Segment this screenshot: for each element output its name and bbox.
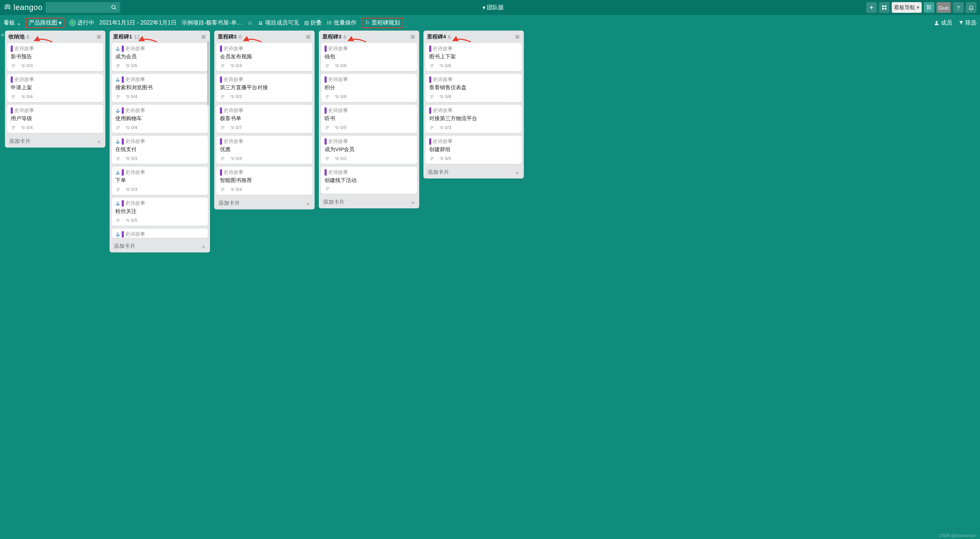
card[interactable]: 史诗故事创建群组0/5 (426, 136, 522, 164)
card[interactable]: 史诗故事极客书单0/7 (216, 105, 312, 133)
column-header[interactable]: 里程碑111 (110, 30, 210, 43)
card[interactable]: 史诗故事申请上架0/4 (7, 74, 103, 102)
star-icon: ☆ (247, 19, 252, 26)
epic-label-bar (220, 169, 222, 176)
card[interactable]: 史诗故事成为会员0/5 (112, 43, 208, 71)
card-title: 智能图书推荐 (220, 177, 309, 184)
card[interactable]: 史诗故事下单0/3 (112, 167, 208, 195)
visibility-item[interactable]: 项目成员可见 (257, 19, 299, 27)
topbar: leangoo ▾ 团队版 看板导航 ▾ 郭 Guo ? (0, 0, 980, 15)
epic-label-bar (122, 169, 124, 176)
epic-label-bar (325, 46, 327, 52)
user-badge-short[interactable]: 郭 (924, 2, 934, 13)
add-card-button[interactable]: 添加卡片 (319, 196, 419, 208)
card[interactable]: 史诗故事用户等级0/4 (7, 105, 103, 133)
batch-button[interactable]: 批量操作 (327, 19, 356, 27)
column-menu-icon[interactable] (201, 35, 207, 40)
help-button[interactable]: ? (953, 2, 964, 13)
card[interactable]: 史诗故事 (112, 228, 208, 238)
column-menu-icon[interactable] (305, 35, 311, 40)
card-tag-row: 史诗故事 (325, 46, 414, 52)
card[interactable]: 史诗故事在线支付0/3 (112, 136, 208, 164)
card[interactable]: 史诗故事听书0/5 (321, 105, 417, 133)
add-button[interactable] (866, 2, 877, 13)
members-button[interactable]: 成员 (934, 19, 952, 27)
card[interactable]: 史诗故事钱包0/6 (321, 43, 417, 71)
add-card-button[interactable]: 添加卡片 (423, 166, 524, 179)
card-title: 钱包 (325, 53, 414, 60)
card-title: 成为会员 (115, 53, 204, 60)
team-label: 团队版 (487, 4, 504, 11)
add-card-button[interactable]: 添加卡片 (214, 197, 315, 209)
notifications-button[interactable] (966, 2, 977, 13)
card-meta: 0/6 (429, 94, 518, 99)
svg-rect-7 (885, 8, 886, 10)
column-menu-icon[interactable] (515, 35, 520, 40)
epic-label-text: 史诗故事 (125, 169, 145, 176)
collapse-button[interactable]: ⊟ 折叠 (304, 19, 322, 27)
column-menu-icon[interactable] (96, 35, 102, 40)
user-badge-name[interactable]: Guo (937, 2, 951, 13)
card[interactable]: 史诗故事优惠0/4 (216, 136, 312, 164)
add-card-button[interactable]: 添加卡片 (110, 240, 210, 252)
card-title: 对接第三方物流平台 (429, 115, 518, 122)
column-header[interactable]: 里程碑26 (214, 30, 315, 43)
description-icon (115, 187, 121, 192)
add-card-button[interactable]: 添加卡片 (5, 135, 105, 147)
description-icon (220, 157, 226, 161)
epic-label-text: 史诗故事 (328, 76, 348, 83)
checklist-count: 0/7 (230, 125, 242, 130)
filter-button[interactable]: 筛选 (959, 19, 977, 27)
card[interactable]: 史诗故事成为VIP会员0/2 (321, 136, 417, 164)
card-meta: 0/4 (220, 187, 309, 192)
card[interactable]: 史诗故事新书预告0/3 (7, 43, 103, 71)
card[interactable]: 史诗故事粉丝关注0/5 (112, 198, 208, 226)
milestone-plan-button[interactable]: ⚐ 里程碑规划 (361, 18, 404, 28)
card[interactable]: 史诗故事查看销售仪表盘0/6 (426, 74, 522, 102)
epic-label-text: 史诗故事 (433, 46, 453, 52)
epic-label-bar (429, 46, 431, 52)
card[interactable]: 史诗故事图书上下架0/6 (426, 43, 522, 71)
column-header[interactable]: 里程碑36 (319, 30, 419, 43)
column-header[interactable]: 里程碑46 (423, 30, 524, 43)
epic-label-text: 史诗故事 (125, 46, 145, 52)
card-tag-row: 史诗故事 (325, 138, 414, 145)
card-tag-row: 史诗故事 (11, 46, 100, 52)
column-count: 11 (134, 34, 140, 40)
project-name[interactable]: 示例项目-极客书屋-单… (181, 19, 242, 27)
card[interactable]: 史诗故事第三方直播平台对接0/3 (216, 74, 312, 102)
search-input[interactable] (46, 2, 120, 13)
column-body: 史诗故事新书预告0/3史诗故事申请上架0/4史诗故事用户等级0/4 (5, 43, 105, 135)
epic-label-bar (11, 46, 13, 52)
checklist-count: 0/5 (125, 217, 137, 223)
team-dropdown[interactable]: ▾ 团队版 (482, 4, 504, 11)
description-icon (220, 125, 226, 130)
column-header[interactable]: 收纳池6 (5, 30, 105, 43)
checklist-count: 0/4 (125, 125, 137, 130)
scrollbar[interactable] (207, 41, 209, 105)
board-nav-button[interactable]: 看板导航 ▾ (892, 2, 922, 13)
card-meta: 0/5 (325, 125, 414, 130)
roadmap-dropdown[interactable]: 产品路线图 ▾ (26, 18, 64, 28)
card-title: 创建群组 (429, 146, 518, 153)
star-button[interactable]: ☆ (247, 19, 252, 26)
card[interactable]: 史诗故事智能图书推荐0/4 (216, 167, 312, 195)
card[interactable]: 史诗故事积分0/6 (321, 74, 417, 102)
card[interactable]: 史诗故事对接第三方物流平台0/3 (426, 105, 522, 133)
column-menu-icon[interactable] (410, 35, 416, 40)
status-item[interactable]: 进行中 (69, 19, 94, 27)
logo[interactable]: leangoo (3, 3, 43, 12)
card[interactable]: 史诗故事创建线下活动 (321, 167, 417, 194)
date-range[interactable]: 2021年1月1日 - 2022年1月1日 (99, 19, 177, 27)
card[interactable]: 史诗故事使用购物车0/4 (112, 105, 208, 133)
caret-down-icon: ▾ (59, 19, 62, 26)
card[interactable]: 史诗故事会员发布视频0/4 (216, 43, 312, 71)
board-select[interactable]: 看板 ⌄ (3, 19, 21, 27)
card[interactable]: 史诗故事搜索和浏览图书0/4 (112, 74, 208, 102)
left-panel-toggle[interactable]: ≡ (0, 30, 5, 39)
description-icon (11, 125, 16, 130)
card-title: 粉丝关注 (115, 208, 204, 215)
grid-button[interactable] (879, 2, 889, 13)
card-tag-row: 史诗故事 (115, 107, 204, 114)
anchor-icon (115, 77, 120, 82)
